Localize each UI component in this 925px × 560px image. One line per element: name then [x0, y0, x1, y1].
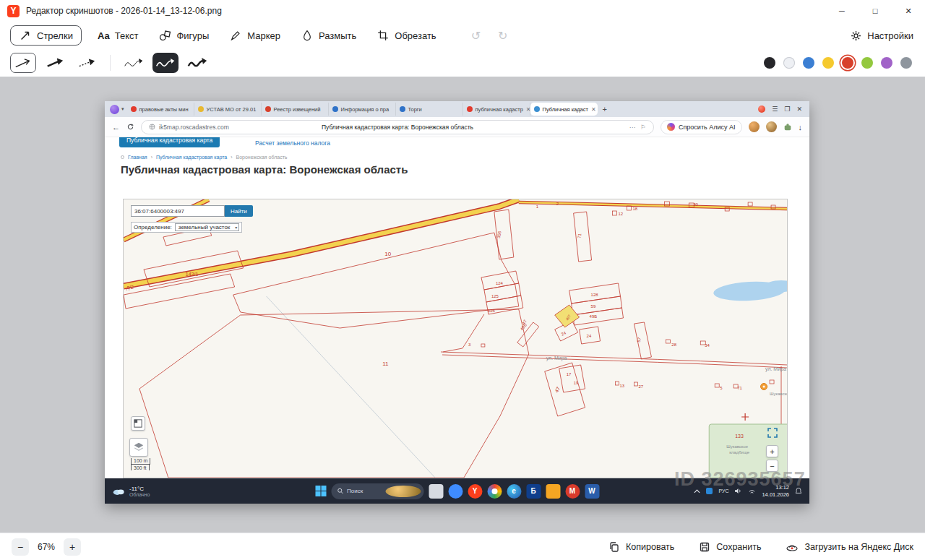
- close-button[interactable]: ✕: [892, 0, 925, 22]
- avatar-icon-2[interactable]: [766, 121, 777, 132]
- browser-account-icon[interactable]: [758, 105, 765, 113]
- browser-tab-4[interactable]: Информация о пра: [329, 103, 396, 116]
- layers-button[interactable]: [129, 438, 148, 457]
- arrow-style-outline[interactable]: [10, 53, 36, 73]
- map-label: 12: [619, 212, 624, 216]
- palette-color-5[interactable]: [842, 57, 853, 69]
- browser-tab-6[interactable]: публичная кадастр✕: [463, 103, 530, 116]
- more-icon[interactable]: ⋯: [629, 124, 636, 131]
- edge-icon[interactable]: e: [507, 484, 521, 499]
- palette-color-3[interactable]: [803, 57, 814, 69]
- palette-color-8[interactable]: [900, 57, 912, 69]
- arrow-weight-medium[interactable]: [152, 53, 178, 73]
- scale-feet: 300 ft: [131, 464, 150, 470]
- browser-close-icon[interactable]: ✕: [796, 105, 802, 113]
- filter-label: Определение:: [134, 224, 172, 231]
- tray-app-icon[interactable]: [706, 488, 713, 494]
- zoom-out-editor-button[interactable]: −: [12, 538, 29, 556]
- save-button[interactable]: Сохранить: [699, 541, 761, 553]
- word-icon[interactable]: W: [585, 484, 599, 499]
- folder-icon[interactable]: [546, 484, 560, 499]
- browser-tab-1[interactable]: правовые акты мин: [127, 103, 194, 116]
- upload-yandex-disk-button[interactable]: Загрузить на Яндекс Диск: [786, 541, 913, 553]
- palette-color-7[interactable]: [881, 57, 892, 69]
- back-icon[interactable]: ←: [112, 123, 120, 132]
- redo-icon[interactable]: ↻: [498, 29, 507, 43]
- tool-text[interactable]: Аа Текст: [93, 27, 143, 45]
- tool-shapes[interactable]: Фигуры: [154, 25, 213, 46]
- tool-crop[interactable]: Обрезать: [372, 25, 440, 46]
- site-nav-primary[interactable]: Публичная кадастровая карта: [119, 137, 220, 147]
- copy-label: Копировать: [626, 542, 674, 552]
- browser-tab-active[interactable]: Публичная кадаст✕: [530, 103, 598, 116]
- network-icon[interactable]: [748, 488, 756, 494]
- cadastral-search-input[interactable]: [131, 205, 225, 217]
- browser-tab-bar: ▾ правовые акты мин УСТАВ МО от 29.01 Ре…: [105, 101, 809, 117]
- browser-panels-icon[interactable]: ❐: [784, 105, 790, 113]
- avatar-icon[interactable]: [749, 121, 760, 132]
- yandex-browser-icon[interactable]: Y: [468, 484, 482, 499]
- browser-tab-5[interactable]: Торги: [396, 103, 463, 116]
- mail-icon[interactable]: M: [565, 484, 580, 499]
- minimize-button[interactable]: ─: [825, 0, 859, 22]
- tool-blur[interactable]: Размыть: [296, 25, 361, 46]
- editor-canvas[interactable]: ▾ правовые акты мин УСТАВ МО от 29.01 Ре…: [0, 77, 925, 533]
- chat-icon[interactable]: [448, 484, 462, 499]
- breadcrumb-separator: ›: [231, 155, 232, 160]
- fullscreen-button[interactable]: [767, 428, 778, 441]
- map-search-button[interactable]: Найти: [225, 205, 253, 217]
- zoom-out-button[interactable]: −: [766, 460, 778, 472]
- arrow-weight-bold[interactable]: [184, 53, 210, 73]
- bank-app-icon[interactable]: Б: [526, 484, 541, 499]
- notification-bell-icon[interactable]: [795, 487, 802, 495]
- palette-color-6[interactable]: [861, 57, 873, 69]
- taskbar-search[interactable]: Поиск: [331, 483, 423, 499]
- browser-tab-3[interactable]: Реестр извещений: [262, 103, 329, 116]
- palette-color-2[interactable]: [783, 57, 795, 69]
- tab-label: правовые акты мин: [139, 106, 189, 113]
- browser-profile-icon[interactable]: [110, 105, 119, 114]
- tool-marker[interactable]: Маркер: [225, 25, 285, 46]
- breadcrumb-home[interactable]: Главная: [128, 155, 147, 160]
- settings-button[interactable]: Настройки: [850, 30, 913, 42]
- tab-close-icon[interactable]: ✕: [526, 106, 530, 113]
- weather-widget[interactable]: -11°CОблачно: [112, 486, 150, 497]
- maximize-button[interactable]: □: [859, 0, 892, 22]
- cadastral-map[interactable]: д/2143/110113567112412512649Б1285949Б497…: [123, 199, 788, 478]
- downloads-icon[interactable]: ↓: [799, 123, 803, 132]
- tab-search-chevron-icon[interactable]: ▾: [121, 106, 124, 112]
- bookmark-flag-icon[interactable]: ⚐: [640, 124, 646, 131]
- browser-tab-2[interactable]: УСТАВ МО от 29.01: [194, 103, 262, 116]
- taskbar-clock[interactable]: 13:12 14.01.2026: [762, 484, 789, 499]
- url-field[interactable]: ik5map.roscadastres.com Публичная кадаст…: [141, 120, 654, 134]
- undo-icon[interactable]: ↺: [471, 29, 481, 43]
- volume-icon[interactable]: [734, 488, 742, 494]
- zoom-in-button[interactable]: +: [766, 445, 778, 457]
- crop-icon: [377, 29, 390, 42]
- language-indicator[interactable]: РУС: [718, 488, 728, 494]
- tool-label: Обрезать: [395, 30, 436, 41]
- browser-menu-icon[interactable]: ☰: [772, 105, 778, 113]
- extension-icon[interactable]: [783, 123, 792, 132]
- screenshot-image: ▾ правовые акты мин УСТАВ МО от 29.01 Ре…: [105, 101, 809, 504]
- breadcrumb-section[interactable]: Публичная кадастровая карта: [156, 155, 227, 160]
- arrow-style-solid[interactable]: [42, 53, 68, 73]
- start-button[interactable]: [315, 486, 326, 496]
- photos-icon[interactable]: [429, 484, 443, 499]
- reload-icon[interactable]: [126, 123, 134, 131]
- filter-select[interactable]: земельный участок▾: [175, 223, 240, 231]
- palette-color-1[interactable]: [764, 57, 775, 69]
- tray-chevron-icon[interactable]: [694, 489, 700, 494]
- zoom-in-editor-button[interactable]: +: [64, 538, 81, 556]
- tool-arrows[interactable]: Стрелки: [10, 25, 82, 46]
- arrow-style-dotted[interactable]: [74, 53, 100, 73]
- site-nav-secondary[interactable]: Расчет земельного налога: [255, 139, 330, 147]
- arrow-weight-thin[interactable]: [121, 53, 147, 73]
- new-tab-button[interactable]: +: [603, 105, 607, 113]
- overview-map-button[interactable]: [131, 416, 145, 431]
- tab-close-icon[interactable]: ✕: [591, 106, 596, 113]
- copy-button[interactable]: Копировать: [608, 541, 674, 553]
- ask-alice-button[interactable]: Спросить Алису AI: [661, 120, 742, 134]
- palette-color-4[interactable]: [822, 57, 834, 69]
- chrome-icon[interactable]: [487, 484, 502, 499]
